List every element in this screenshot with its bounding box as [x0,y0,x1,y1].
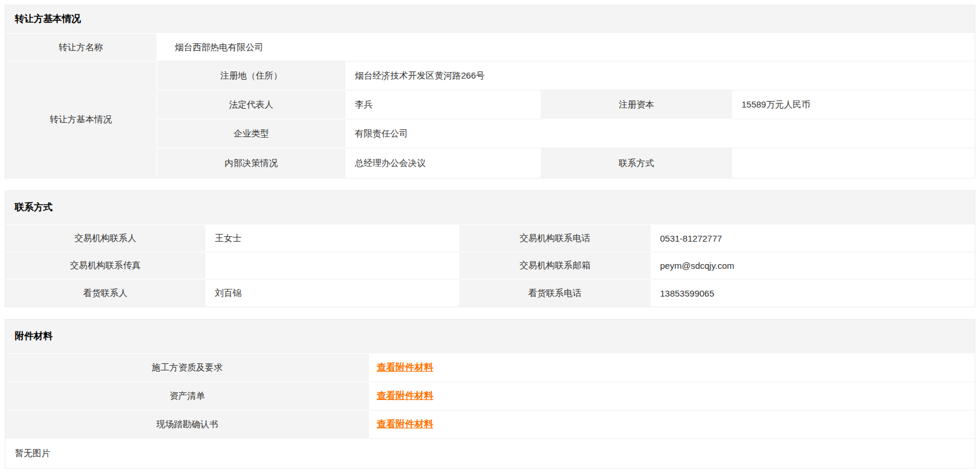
asset-list-label: 资产清单 [5,382,370,411]
inspection-contact-person-label: 看货联系人 [5,279,206,307]
agency-contact-person-value: 王女士 [206,225,459,252]
view-attachment-link[interactable]: 查看附件材料 [377,418,433,431]
legal-representative-label: 法定代表人 [157,90,346,119]
transferor-detail-table: 注册地（住所） 烟台经济技术开发区黄河路266号 法定代表人 李兵 注册资本 1… [157,61,975,178]
section-title-contact: 联系方式 [5,191,975,225]
table-row: 施工方资质及要求 查看附件材料 [5,354,975,382]
section-contact: 联系方式 交易机构联系人 王女士 交易机构联系电话 0531-81272777 … [5,190,975,307]
section-title-transferor: 转让方基本情况 [5,5,975,34]
table-row: 交易机构联系人 王女士 交易机构联系电话 0531-81272777 [5,225,975,252]
construction-qualification-label: 施工方资质及要求 [5,354,370,382]
section-transferor-basic: 转让方基本情况 转让方名称 烟台西部热电有限公司 转让方基本情况 注册地（住所）… [5,5,975,178]
view-attachment-link[interactable]: 查看附件材料 [377,362,433,374]
section-title-attachments: 附件材料 [5,320,975,354]
site-survey-confirmation-cell: 查看附件材料 [370,411,975,439]
internal-decision-label: 内部决策情况 [157,148,346,178]
table-row: 转让方名称 烟台西部热电有限公司 [5,34,975,61]
agency-contact-phone-label: 交易机构联系电话 [459,225,651,252]
inspection-contact-person-value: 刘百锦 [206,279,459,307]
table-row: 注册地（住所） 烟台经济技术开发区黄河路266号 [157,61,975,90]
agency-contact-email-value: peym@sdcqjy.com [651,252,975,279]
registered-capital-value: 15589万元人民币 [733,90,975,119]
registered-address-label: 注册地（住所） [157,61,346,90]
table-row: 看货联系人 刘百锦 看货联系电话 13853599065 [5,279,975,307]
site-survey-confirmation-label: 现场踏勘确认书 [5,411,370,439]
agency-contact-email-label: 交易机构联系邮箱 [459,252,651,279]
no-image-row: 暂无图片 [5,439,975,468]
transferor-group-label: 转让方基本情况 [5,61,157,178]
table-row: 企业类型 有限责任公司 [157,119,975,148]
asset-list-cell: 查看附件材料 [370,382,975,411]
agency-contact-person-label: 交易机构联系人 [5,225,206,252]
agency-contact-fax-value [206,252,459,279]
transferor-name-label: 转让方名称 [5,34,157,61]
legal-representative-value: 李兵 [346,90,541,119]
view-attachment-link[interactable]: 查看附件材料 [377,390,433,402]
contact-method-value [733,148,975,178]
agency-contact-fax-label: 交易机构联系传真 [5,252,206,279]
registered-capital-label: 注册资本 [541,90,733,119]
table-row: 内部决策情况 总经理办公会决议 联系方式 [157,148,975,178]
inspection-contact-phone-value: 13853599065 [651,279,975,307]
table-row: 资产清单 查看附件材料 [5,382,975,411]
agency-contact-phone-value: 0531-81272777 [651,225,975,252]
enterprise-type-label: 企业类型 [157,119,346,148]
contact-method-label: 联系方式 [541,148,733,178]
section-attachments: 附件材料 施工方资质及要求 查看附件材料 资产清单 查看附件材料 现场踏勘确认书… [5,319,975,469]
construction-qualification-cell: 查看附件材料 [370,354,975,382]
internal-decision-value: 总经理办公会决议 [346,148,541,178]
transferor-detail-group: 转让方基本情况 注册地（住所） 烟台经济技术开发区黄河路266号 法定代表人 李… [5,61,975,178]
enterprise-type-value: 有限责任公司 [346,119,975,148]
inspection-contact-phone-label: 看货联系电话 [459,279,651,307]
table-row: 现场踏勘确认书 查看附件材料 [5,411,975,439]
transferor-name-value: 烟台西部热电有限公司 [157,34,975,61]
no-image-text: 暂无图片 [15,448,50,459]
table-row: 交易机构联系传真 交易机构联系邮箱 peym@sdcqjy.com [5,252,975,279]
table-row: 法定代表人 李兵 注册资本 15589万元人民币 [157,90,975,119]
registered-address-value: 烟台经济技术开发区黄河路266号 [346,61,975,90]
